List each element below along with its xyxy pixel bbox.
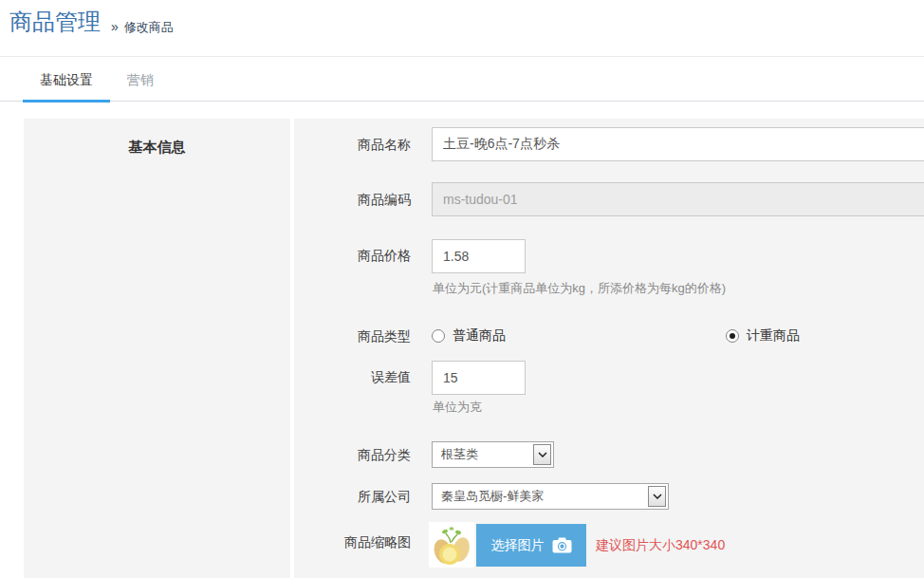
tolerance-unit-hint: 单位为克 <box>433 399 482 416</box>
radio-circle-icon <box>432 329 445 343</box>
chevron-down-icon <box>533 444 551 465</box>
sidebar-section-basic-info: 基本信息 <box>24 119 290 157</box>
choose-image-label: 选择图片 <box>491 537 545 554</box>
price-unit-hint: 单位为元(计重商品单位为kg，所添价格为每kg的价格) <box>433 280 726 297</box>
tab-basic-settings[interactable]: 基础设置 <box>23 58 110 103</box>
company-selected-value: 秦皇岛觅橱-鲜美家 <box>441 484 544 509</box>
product-type-label: 商品类型 <box>320 326 411 345</box>
product-name-label: 商品名称 <box>320 135 411 154</box>
breadcrumb-separator-icon: » <box>111 19 119 34</box>
category-label: 商品分类 <box>320 445 411 464</box>
radio-label: 计重商品 <box>747 327 800 345</box>
page-header: 商品管理 »修改商品 <box>0 0 924 57</box>
company-select[interactable]: 秦皇岛觅橱-鲜美家 <box>432 483 669 510</box>
chevron-down-icon <box>648 486 666 507</box>
camera-icon <box>552 537 572 553</box>
tolerance-input[interactable] <box>432 361 526 395</box>
product-price-label: 商品价格 <box>320 246 411 265</box>
radio-circle-icon <box>726 329 739 343</box>
category-selected-value: 根茎类 <box>441 442 478 467</box>
tab-label: 营销 <box>127 72 154 87</box>
thumbnail-label: 商品缩略图 <box>320 532 411 551</box>
tab-marketing[interactable]: 营销 <box>110 58 171 102</box>
product-code-label: 商品编码 <box>320 190 411 209</box>
company-label: 所属公司 <box>320 487 411 506</box>
tolerance-label: 误差值 <box>320 367 411 386</box>
tab-label: 基础设置 <box>40 72 93 87</box>
image-size-hint: 建议图片大小340*340 <box>596 537 725 554</box>
potato-image <box>429 522 474 568</box>
product-edit-page: 商品管理 »修改商品 基础设置 营销 基本信息 商品名称 商品编码 商品价格 单… <box>0 0 924 578</box>
radio-normal-product[interactable]: 普通商品 <box>432 327 506 345</box>
category-select[interactable]: 根茎类 <box>432 441 554 468</box>
breadcrumb-current: 修改商品 <box>124 20 174 34</box>
choose-image-button[interactable]: 选择图片 <box>476 524 586 567</box>
product-name-input[interactable] <box>432 127 924 161</box>
tab-bar: 基础设置 营销 <box>0 58 924 102</box>
radio-label: 普通商品 <box>453 327 506 345</box>
product-price-input[interactable] <box>432 239 526 273</box>
sidebar: 基本信息 <box>24 119 290 578</box>
form-panel: 商品名称 商品编码 商品价格 单位为元(计重商品单位为kg，所添价格为每kg的价… <box>294 119 924 578</box>
product-code-input <box>432 182 924 216</box>
content-area: 基本信息 商品名称 商品编码 商品价格 单位为元(计重商品单位为kg，所添价格为… <box>0 119 924 578</box>
breadcrumb: »修改商品 <box>111 19 174 36</box>
radio-weighed-product[interactable]: 计重商品 <box>726 327 800 345</box>
thumbnail-preview-image <box>429 522 474 568</box>
page-title: 商品管理 <box>9 7 101 37</box>
